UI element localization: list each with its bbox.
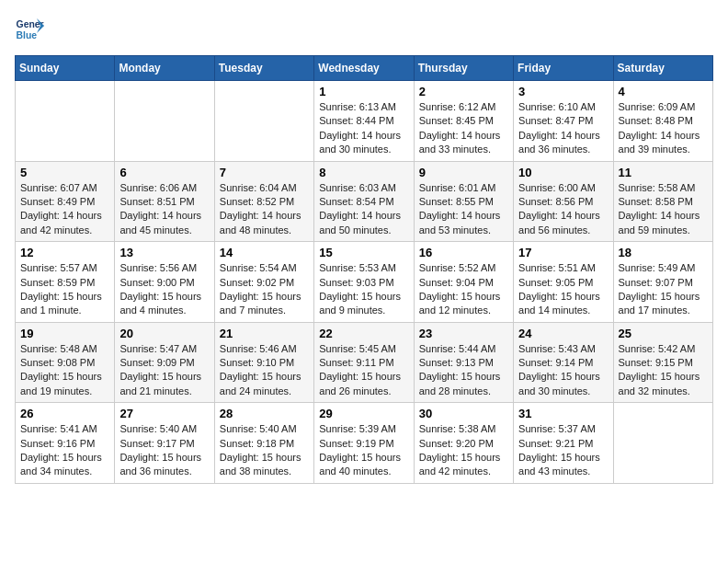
day-number: 25 — [619, 327, 708, 340]
calendar-cell: 7Sunrise: 6:04 AM Sunset: 8:52 PM Daylig… — [214, 161, 313, 242]
calendar-cell — [16, 81, 115, 162]
day-number: 31 — [518, 407, 608, 420]
day-number: 2 — [419, 85, 508, 98]
day-info: Sunrise: 5:44 AM Sunset: 9:13 PM Dayligh… — [419, 342, 508, 399]
day-number: 16 — [419, 246, 508, 259]
calendar-cell: 16Sunrise: 5:52 AM Sunset: 9:04 PM Dayli… — [414, 242, 513, 323]
day-info: Sunrise: 5:51 AM Sunset: 9:05 PM Dayligh… — [518, 261, 608, 318]
day-number: 4 — [619, 85, 708, 98]
day-info: Sunrise: 5:46 AM Sunset: 9:10 PM Dayligh… — [220, 342, 309, 399]
day-number: 18 — [619, 246, 708, 259]
day-number: 23 — [419, 327, 508, 340]
calendar-cell: 15Sunrise: 5:53 AM Sunset: 9:03 PM Dayli… — [314, 242, 414, 323]
svg-text:Blue: Blue — [17, 30, 38, 40]
day-number: 7 — [220, 166, 309, 179]
day-number: 29 — [319, 407, 408, 420]
day-info: Sunrise: 5:43 AM Sunset: 9:14 PM Dayligh… — [518, 342, 608, 399]
day-info: Sunrise: 6:12 AM Sunset: 8:45 PM Dayligh… — [419, 100, 508, 157]
calendar-cell: 6Sunrise: 6:06 AM Sunset: 8:51 PM Daylig… — [115, 161, 214, 242]
calendar-cell: 30Sunrise: 5:38 AM Sunset: 9:20 PM Dayli… — [414, 403, 513, 484]
day-info: Sunrise: 6:09 AM Sunset: 8:48 PM Dayligh… — [619, 100, 708, 157]
day-number: 12 — [20, 246, 109, 259]
day-number: 5 — [20, 166, 109, 179]
day-info: Sunrise: 5:40 AM Sunset: 9:17 PM Dayligh… — [119, 422, 209, 479]
calendar-cell: 29Sunrise: 5:39 AM Sunset: 9:19 PM Dayli… — [314, 403, 414, 484]
calendar-cell: 17Sunrise: 5:51 AM Sunset: 9:05 PM Dayli… — [514, 242, 613, 323]
calendar-cell: 3Sunrise: 6:10 AM Sunset: 8:47 PM Daylig… — [514, 81, 613, 162]
day-number: 26 — [20, 407, 109, 420]
day-header-friday: Friday — [514, 56, 613, 81]
calendar-cell: 24Sunrise: 5:43 AM Sunset: 9:14 PM Dayli… — [514, 322, 613, 403]
calendar-cell: 12Sunrise: 5:57 AM Sunset: 8:59 PM Dayli… — [16, 242, 115, 323]
calendar-cell: 27Sunrise: 5:40 AM Sunset: 9:17 PM Dayli… — [115, 403, 214, 484]
calendar-cell: 5Sunrise: 6:07 AM Sunset: 8:49 PM Daylig… — [16, 161, 115, 242]
day-number: 8 — [319, 166, 408, 179]
day-info: Sunrise: 5:53 AM Sunset: 9:03 PM Dayligh… — [319, 261, 408, 318]
logo-icon: General Blue — [15, 15, 44, 44]
day-info: Sunrise: 5:45 AM Sunset: 9:11 PM Dayligh… — [319, 342, 408, 399]
day-info: Sunrise: 6:00 AM Sunset: 8:56 PM Dayligh… — [518, 181, 608, 238]
calendar-cell: 21Sunrise: 5:46 AM Sunset: 9:10 PM Dayli… — [214, 322, 313, 403]
day-number: 11 — [619, 166, 708, 179]
calendar-week-row: 19Sunrise: 5:48 AM Sunset: 9:08 PM Dayli… — [16, 322, 713, 403]
calendar-cell: 10Sunrise: 6:00 AM Sunset: 8:56 PM Dayli… — [514, 161, 613, 242]
day-info: Sunrise: 5:42 AM Sunset: 9:15 PM Dayligh… — [619, 342, 708, 399]
calendar-cell: 13Sunrise: 5:56 AM Sunset: 9:00 PM Dayli… — [115, 242, 214, 323]
calendar-cell — [115, 81, 214, 162]
logo: General Blue — [15, 15, 44, 44]
page-header: General Blue — [15, 15, 713, 44]
day-header-monday: Monday — [115, 56, 214, 81]
day-number: 20 — [119, 327, 209, 340]
day-info: Sunrise: 5:52 AM Sunset: 9:04 PM Dayligh… — [419, 261, 508, 318]
day-number: 24 — [518, 327, 608, 340]
day-number: 22 — [319, 327, 408, 340]
day-info: Sunrise: 6:03 AM Sunset: 8:54 PM Dayligh… — [319, 181, 408, 238]
day-number: 28 — [220, 407, 309, 420]
calendar-week-row: 1Sunrise: 6:13 AM Sunset: 8:44 PM Daylig… — [16, 81, 713, 162]
day-info: Sunrise: 6:10 AM Sunset: 8:47 PM Dayligh… — [518, 100, 608, 157]
calendar-header-row: SundayMondayTuesdayWednesdayThursdayFrid… — [16, 56, 713, 81]
day-info: Sunrise: 5:49 AM Sunset: 9:07 PM Dayligh… — [619, 261, 708, 318]
calendar-cell: 23Sunrise: 5:44 AM Sunset: 9:13 PM Dayli… — [414, 322, 513, 403]
day-info: Sunrise: 5:38 AM Sunset: 9:20 PM Dayligh… — [419, 422, 508, 479]
day-number: 17 — [518, 246, 608, 259]
day-number: 27 — [119, 407, 209, 420]
calendar-cell: 11Sunrise: 5:58 AM Sunset: 8:58 PM Dayli… — [613, 161, 712, 242]
day-header-thursday: Thursday — [414, 56, 513, 81]
calendar-cell: 2Sunrise: 6:12 AM Sunset: 8:45 PM Daylig… — [414, 81, 513, 162]
day-info: Sunrise: 6:04 AM Sunset: 8:52 PM Dayligh… — [220, 181, 309, 238]
calendar-table: SundayMondayTuesdayWednesdayThursdayFrid… — [15, 55, 713, 484]
day-info: Sunrise: 5:54 AM Sunset: 9:02 PM Dayligh… — [220, 261, 309, 318]
day-info: Sunrise: 6:13 AM Sunset: 8:44 PM Dayligh… — [319, 100, 408, 157]
day-info: Sunrise: 5:41 AM Sunset: 9:16 PM Dayligh… — [20, 422, 109, 479]
day-header-sunday: Sunday — [16, 56, 115, 81]
day-number: 3 — [518, 85, 608, 98]
day-info: Sunrise: 5:40 AM Sunset: 9:18 PM Dayligh… — [220, 422, 309, 479]
calendar-cell: 28Sunrise: 5:40 AM Sunset: 9:18 PM Dayli… — [214, 403, 313, 484]
day-info: Sunrise: 5:48 AM Sunset: 9:08 PM Dayligh… — [20, 342, 109, 399]
calendar-cell: 14Sunrise: 5:54 AM Sunset: 9:02 PM Dayli… — [214, 242, 313, 323]
day-number: 1 — [319, 85, 408, 98]
calendar-cell: 9Sunrise: 6:01 AM Sunset: 8:55 PM Daylig… — [414, 161, 513, 242]
calendar-cell: 26Sunrise: 5:41 AM Sunset: 9:16 PM Dayli… — [16, 403, 115, 484]
day-number: 19 — [20, 327, 109, 340]
day-number: 14 — [220, 246, 309, 259]
calendar-cell: 18Sunrise: 5:49 AM Sunset: 9:07 PM Dayli… — [613, 242, 712, 323]
day-number: 6 — [119, 166, 209, 179]
day-info: Sunrise: 5:47 AM Sunset: 9:09 PM Dayligh… — [119, 342, 209, 399]
calendar-cell: 1Sunrise: 6:13 AM Sunset: 8:44 PM Daylig… — [314, 81, 414, 162]
calendar-cell: 8Sunrise: 6:03 AM Sunset: 8:54 PM Daylig… — [314, 161, 414, 242]
day-number: 15 — [319, 246, 408, 259]
calendar-cell — [613, 403, 712, 484]
calendar-week-row: 5Sunrise: 6:07 AM Sunset: 8:49 PM Daylig… — [16, 161, 713, 242]
day-info: Sunrise: 5:57 AM Sunset: 8:59 PM Dayligh… — [20, 261, 109, 318]
day-header-tuesday: Tuesday — [214, 56, 313, 81]
day-number: 21 — [220, 327, 309, 340]
calendar-cell: 25Sunrise: 5:42 AM Sunset: 9:15 PM Dayli… — [613, 322, 712, 403]
calendar-cell — [214, 81, 313, 162]
day-info: Sunrise: 5:37 AM Sunset: 9:21 PM Dayligh… — [518, 422, 608, 479]
day-header-wednesday: Wednesday — [314, 56, 414, 81]
day-number: 13 — [119, 246, 209, 259]
day-info: Sunrise: 5:58 AM Sunset: 8:58 PM Dayligh… — [619, 181, 708, 238]
calendar-cell: 31Sunrise: 5:37 AM Sunset: 9:21 PM Dayli… — [514, 403, 613, 484]
